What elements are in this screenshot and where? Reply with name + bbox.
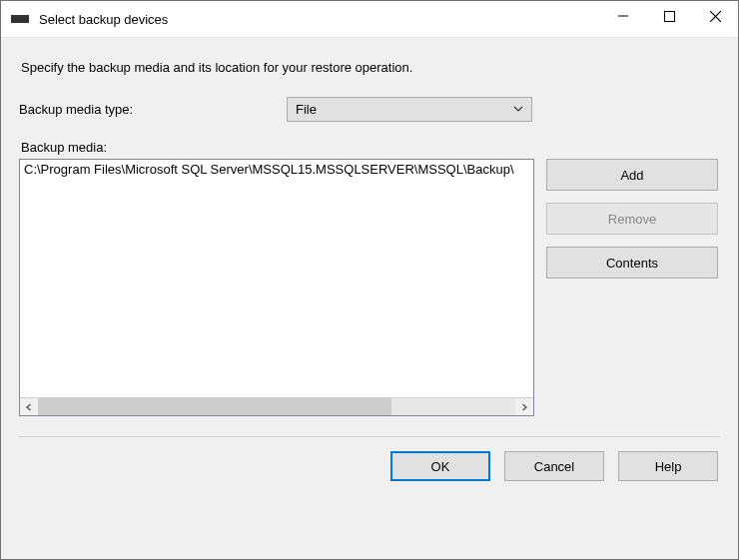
scroll-track[interactable] <box>38 398 515 415</box>
instruction-text: Specify the backup media and its locatio… <box>21 60 718 75</box>
add-button[interactable]: Add <box>546 159 718 191</box>
dialog-body: Specify the backup media and its locatio… <box>1 37 738 559</box>
media-type-label: Backup media type: <box>19 102 287 117</box>
help-button[interactable]: Help <box>618 451 718 481</box>
backup-media-listbox[interactable]: C:\Program Files\Microsoft SQL Server\MS… <box>19 159 534 416</box>
horizontal-scrollbar[interactable] <box>20 397 533 415</box>
media-type-value: File <box>296 102 317 117</box>
window-title: Select backup devices <box>39 12 600 27</box>
svg-rect-1 <box>664 11 674 21</box>
separator <box>19 436 720 437</box>
select-backup-devices-dialog: Select backup devices Specify the backup… <box>0 0 739 560</box>
list-area: C:\Program Files\Microsoft SQL Server\MS… <box>20 160 533 397</box>
contents-button[interactable]: Contents <box>546 247 718 279</box>
cancel-button[interactable]: Cancel <box>504 451 604 481</box>
window-controls <box>600 1 738 37</box>
close-button[interactable] <box>692 1 738 31</box>
scroll-thumb[interactable] <box>38 398 391 415</box>
chevron-right-icon <box>520 403 528 411</box>
close-icon <box>710 11 721 22</box>
chevron-left-icon <box>25 403 33 411</box>
scroll-right-button[interactable] <box>515 398 533 415</box>
app-icon <box>11 15 29 23</box>
maximize-icon <box>664 11 675 22</box>
side-buttons: Add Remove Contents <box>546 159 718 416</box>
maximize-button[interactable] <box>646 1 692 31</box>
ok-button[interactable]: OK <box>390 451 490 481</box>
scroll-left-button[interactable] <box>20 398 38 415</box>
media-type-row: Backup media type: File <box>19 97 720 122</box>
minimize-icon <box>618 11 628 21</box>
backup-media-label: Backup media: <box>21 140 718 155</box>
titlebar: Select backup devices <box>1 1 738 37</box>
media-type-dropdown[interactable]: File <box>287 97 532 122</box>
list-item[interactable]: C:\Program Files\Microsoft SQL Server\MS… <box>24 162 529 177</box>
footer-buttons: OK Cancel Help <box>19 451 720 499</box>
remove-button: Remove <box>546 203 718 235</box>
media-section: C:\Program Files\Microsoft SQL Server\MS… <box>19 159 720 416</box>
chevron-down-icon <box>513 102 523 117</box>
minimize-button[interactable] <box>600 1 646 31</box>
